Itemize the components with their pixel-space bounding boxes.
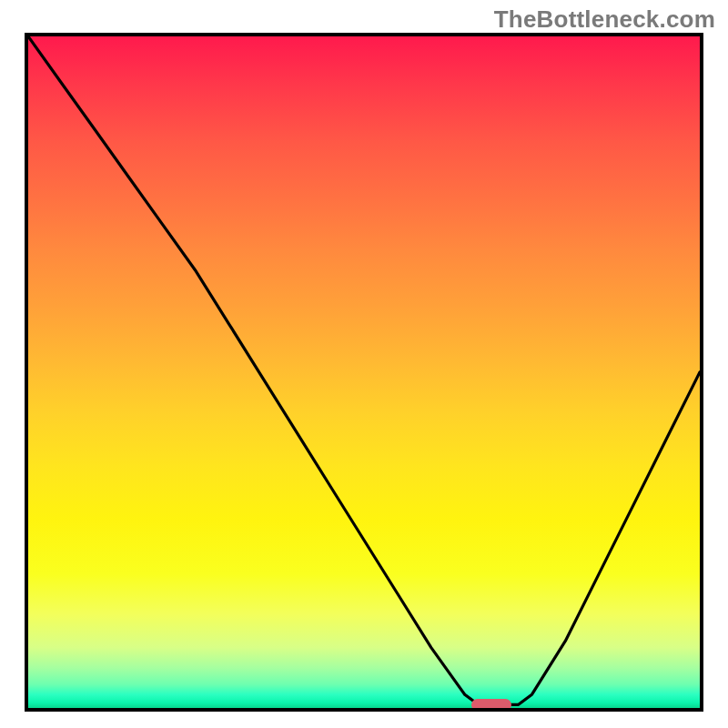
optimum-marker	[471, 699, 511, 711]
plot-area	[25, 33, 703, 712]
chart-container: TheBottleneck.com	[0, 0, 728, 728]
data-curve	[28, 36, 700, 708]
watermark-text: TheBottleneck.com	[494, 5, 715, 34]
